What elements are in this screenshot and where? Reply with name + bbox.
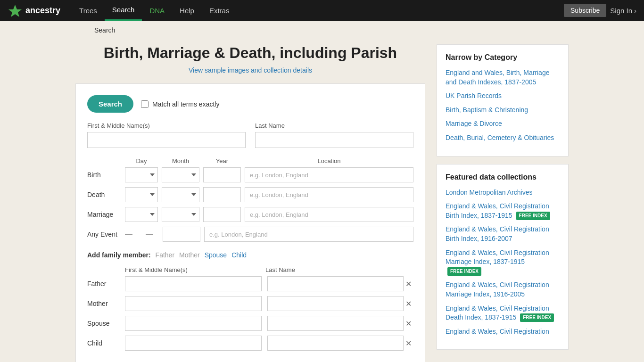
add-father-link[interactable]: Father <box>156 251 174 259</box>
match-all-checkbox[interactable] <box>141 100 149 108</box>
breadcrumb: Search <box>0 21 644 40</box>
narrow-link-4[interactable]: Death, Burial, Cemetery & Obituaries <box>446 133 560 143</box>
birth-label: Birth <box>87 171 125 179</box>
search-header: Search Match all terms exactly <box>87 95 413 113</box>
nav-link-help[interactable]: Help <box>172 0 202 21</box>
featured-link-4[interactable]: England & Wales, Civil Registration Marr… <box>446 280 560 299</box>
search-button[interactable]: Search <box>87 95 133 113</box>
add-spouse-link[interactable]: Spouse <box>205 251 227 259</box>
featured-collections-card: Featured data collections London Metropo… <box>437 164 569 350</box>
death-year-input[interactable] <box>203 187 241 202</box>
logo-text: ancestry <box>25 6 60 16</box>
narrow-link-0[interactable]: England and Wales, Birth, Marriage and D… <box>446 68 560 87</box>
mother-last-input[interactable] <box>267 296 404 311</box>
child-member-row: Child ✕ <box>87 336 413 351</box>
spouse-member-row: Spouse ✕ <box>87 316 413 331</box>
marriage-label: Marriage <box>87 211 125 218</box>
breadcrumb-text: Search <box>94 26 115 34</box>
father-remove-button[interactable]: ✕ <box>404 278 413 290</box>
child-label: Child <box>87 339 125 347</box>
spouse-last-input[interactable] <box>267 316 404 331</box>
any-event-label: Any Event <box>87 230 125 238</box>
narrow-title: Narrow by Category <box>446 53 560 62</box>
event-col-headers: Day Month Year Location <box>125 157 413 165</box>
year-col-header: Year <box>203 157 241 165</box>
add-family-row: Add family member: Father Mother Spouse … <box>87 251 413 259</box>
nav-link-trees[interactable]: Trees <box>72 0 105 21</box>
mother-first-input[interactable] <box>125 296 262 311</box>
spouse-first-input[interactable] <box>125 316 262 331</box>
mother-label: Mother <box>87 300 125 307</box>
birth-fields <box>125 167 413 182</box>
subtitle-link[interactable]: View sample images and collection detail… <box>75 66 425 74</box>
family-last-col-header: Last Name <box>265 266 400 273</box>
logo[interactable]: ancestry <box>8 3 60 18</box>
child-remove-button[interactable]: ✕ <box>404 337 413 350</box>
right-panel: Narrow by Category England and Wales, Bi… <box>437 40 569 362</box>
last-name-label: Last Name <box>255 122 413 129</box>
nav-right: Subscribe Sign In › <box>564 4 636 17</box>
add-mother-link[interactable]: Mother <box>179 251 200 259</box>
any-event-dash2: — <box>146 230 153 239</box>
first-name-input[interactable] <box>87 132 246 148</box>
main-wrapper: Birth, Marriage & Death, including Paris… <box>0 40 644 362</box>
family-col-headers: First & Middle Name(s) Last Name <box>125 266 400 273</box>
marriage-day-select[interactable] <box>125 207 158 222</box>
free-index-badge-5: FREE INDEX <box>520 313 554 322</box>
father-last-input[interactable] <box>267 276 404 291</box>
birth-day-select[interactable] <box>125 167 158 182</box>
child-last-input[interactable] <box>267 336 404 351</box>
signin-link[interactable]: Sign In › <box>610 7 636 15</box>
family-header-row: First & Middle Name(s) Last Name <box>87 266 413 273</box>
match-all-label[interactable]: Match all terms exactly <box>141 100 219 108</box>
last-name-input[interactable] <box>255 132 413 148</box>
death-fields <box>125 187 413 202</box>
death-day-select[interactable] <box>125 187 158 202</box>
featured-link-6[interactable]: England & Wales, Civil Registration <box>446 327 560 337</box>
featured-link-2[interactable]: England & Wales, Civil Registration Birt… <box>446 225 560 243</box>
any-event-fields: — — <box>125 227 413 242</box>
marriage-event-row: Marriage <box>87 207 413 222</box>
birth-event-row: Birth <box>87 167 413 182</box>
subscribe-button[interactable]: Subscribe <box>564 4 606 17</box>
featured-link-5[interactable]: England & Wales, Civil Registration Deat… <box>446 304 560 322</box>
ancestry-logo-icon <box>8 3 23 18</box>
child-first-input[interactable] <box>125 336 262 351</box>
first-name-group: First & Middle Name(s) <box>87 122 246 148</box>
any-event-dash1: — <box>125 230 132 239</box>
family-first-col-header: First & Middle Name(s) <box>125 266 260 273</box>
spouse-remove-button[interactable]: ✕ <box>404 317 413 330</box>
father-first-input[interactable] <box>125 276 262 291</box>
marriage-year-input[interactable] <box>203 207 241 222</box>
narrow-link-1[interactable]: UK Parish Records <box>446 91 560 101</box>
death-month-select[interactable] <box>162 187 199 202</box>
any-event-location-input[interactable] <box>204 227 413 242</box>
narrow-link-3[interactable]: Marriage & Divorce <box>446 119 560 129</box>
marriage-location-input[interactable] <box>245 207 413 222</box>
any-event-year-input[interactable] <box>163 227 200 242</box>
birth-month-select[interactable] <box>162 167 199 182</box>
add-child-link[interactable]: Child <box>231 251 247 259</box>
nav-link-dna[interactable]: DNA <box>142 0 172 21</box>
featured-link-0[interactable]: London Metropolitan Archives <box>446 188 560 197</box>
nav-link-extras[interactable]: Extras <box>202 0 237 21</box>
free-index-badge-1: FREE INDEX <box>516 212 550 220</box>
any-event-row: Any Event — — <box>87 227 413 242</box>
spouse-label: Spouse <box>87 320 125 327</box>
marriage-month-select[interactable] <box>162 207 199 222</box>
free-index-badge-3: FREE INDEX <box>447 267 481 276</box>
marriage-fields <box>125 207 413 222</box>
search-card: Search Match all terms exactly First & M… <box>75 83 425 362</box>
nav-link-search[interactable]: Search <box>105 0 142 21</box>
mother-remove-button[interactable]: ✕ <box>404 297 413 310</box>
birth-location-input[interactable] <box>245 167 413 182</box>
narrow-link-2[interactable]: Birth, Baptism & Christening <box>446 106 560 115</box>
events-table: Day Month Year Location Birth <box>87 157 413 242</box>
father-fields <box>125 276 404 291</box>
location-col-header: Location <box>245 157 413 165</box>
birth-year-input[interactable] <box>203 167 241 182</box>
death-location-input[interactable] <box>245 187 413 202</box>
featured-link-3[interactable]: England & Wales, Civil Registration Marr… <box>446 248 560 276</box>
nav-links: Trees Search DNA Help Extras <box>72 0 564 21</box>
featured-link-1[interactable]: England & Wales, Civil Registration Birt… <box>446 202 560 220</box>
